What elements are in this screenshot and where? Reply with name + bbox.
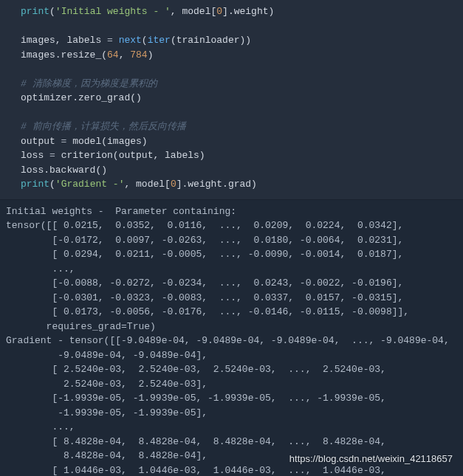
number-literal: 0: [216, 6, 222, 17]
blank-line: [4, 106, 459, 120]
code-line: loss.backward(): [4, 163, 459, 178]
output-line: [ 2.5240e-03, 2.5240e-03, 2.5240e-03, ..…: [6, 362, 460, 377]
number-literal: 784: [130, 49, 147, 61]
comment: # 清除梯度，因为梯度是累积的: [21, 78, 157, 89]
output-line: [ 8.4828e-04, 8.4828e-04, 8.4828e-04, ..…: [6, 435, 460, 449]
code-line: images, labels = next(iter(trainloader)): [4, 33, 459, 48]
output-line: Gradient - tensor([[-9.0489e-04, -9.0489…: [6, 334, 460, 348]
operator: =: [61, 136, 73, 147]
output-line: [-0.0172, 0.0097, -0.0263, ..., 0.0180, …: [6, 233, 460, 248]
output-line: [-0.0301, -0.0323, -0.0083, ..., 0.0337,…: [6, 291, 460, 306]
code-text: images.resize_(: [21, 49, 107, 61]
output-line: [ 0.0173, -0.0056, -0.0176, ..., -0.0146…: [6, 305, 460, 320]
code-line: # 前向传播，计算损失，然后反向传播: [4, 120, 459, 134]
output-block: Initial weights - Parameter containing: …: [0, 200, 463, 477]
code-line: print('Gradient -', model[0].weight.grad…: [4, 177, 459, 192]
output-line: ...,: [6, 262, 460, 277]
function-call: next: [119, 35, 142, 46]
output-line: -9.0489e-04, -9.0489e-04],: [6, 348, 460, 363]
code-line: optimizer.zero_grad(): [4, 91, 459, 106]
print-keyword: print: [21, 6, 49, 17]
output-line: requires_grad=True): [6, 320, 460, 334]
output-line: [-1.9939e-05, -1.9939e-05, -1.9939e-05, …: [6, 391, 460, 406]
operator: =: [107, 35, 119, 46]
code-text: ): [148, 49, 154, 61]
code-line: images.resize_(64, 784): [4, 48, 459, 63]
function-call: iter: [148, 35, 171, 46]
code-text: model(images): [72, 136, 147, 147]
code-text: optimizer.zero_grad(): [21, 92, 142, 103]
comment: # 前向传播，计算损失，然后反向传播: [21, 121, 186, 132]
code-text: ,: [119, 49, 131, 61]
code-text: criterion(output, labels): [61, 150, 205, 161]
output-line: [ 1.0446e-03, 1.0446e-03, 1.0446e-03, ..…: [6, 463, 460, 477]
output-line: Initial weights - Parameter containing:: [6, 204, 460, 219]
string-literal: 'Gradient -': [55, 179, 125, 190]
code-line: output = model(images): [4, 134, 459, 149]
output-line: -1.9939e-05, -1.9939e-05],: [6, 406, 460, 421]
output-line: tensor([[ 0.0215, 0.0352, 0.0116, ..., 0…: [6, 218, 460, 233]
print-keyword: print: [21, 179, 49, 190]
code-text: ].weight.grad): [176, 179, 257, 190]
code-text: , model[: [171, 6, 216, 17]
output-line: 8.4828e-04, 8.4828e-04],: [6, 449, 460, 463]
number-literal: 0: [171, 179, 176, 190]
code-text: output: [21, 136, 61, 147]
number-literal: 64: [107, 49, 119, 61]
code-text: images, labels: [21, 35, 107, 46]
code-block: print('Initial weights - ', model[0].wei…: [0, 0, 463, 200]
code-text: (trainloader)): [171, 35, 251, 46]
code-text: ].weight): [222, 6, 274, 17]
code-text: loss.backward(): [21, 165, 107, 176]
code-text: , model[: [124, 179, 170, 190]
output-line: 2.5240e-03, 2.5240e-03],: [6, 377, 460, 392]
output-line: [ 0.0294, 0.0211, -0.0005, ..., -0.0090,…: [6, 247, 460, 262]
code-line: print('Initial weights - ', model[0].wei…: [4, 4, 459, 19]
code-line: loss = criterion(output, labels): [4, 148, 459, 163]
blank-line: [4, 19, 459, 34]
blank-line: [4, 62, 459, 77]
string-literal: 'Initial weights - ': [55, 6, 171, 17]
output-line: [-0.0088, -0.0272, -0.0234, ..., 0.0243,…: [6, 276, 460, 291]
output-line: ...,: [6, 420, 460, 435]
code-text: loss: [21, 150, 49, 161]
operator: =: [49, 150, 61, 161]
code-line: # 清除梯度，因为梯度是累积的: [4, 77, 459, 92]
paren: (: [142, 35, 148, 46]
